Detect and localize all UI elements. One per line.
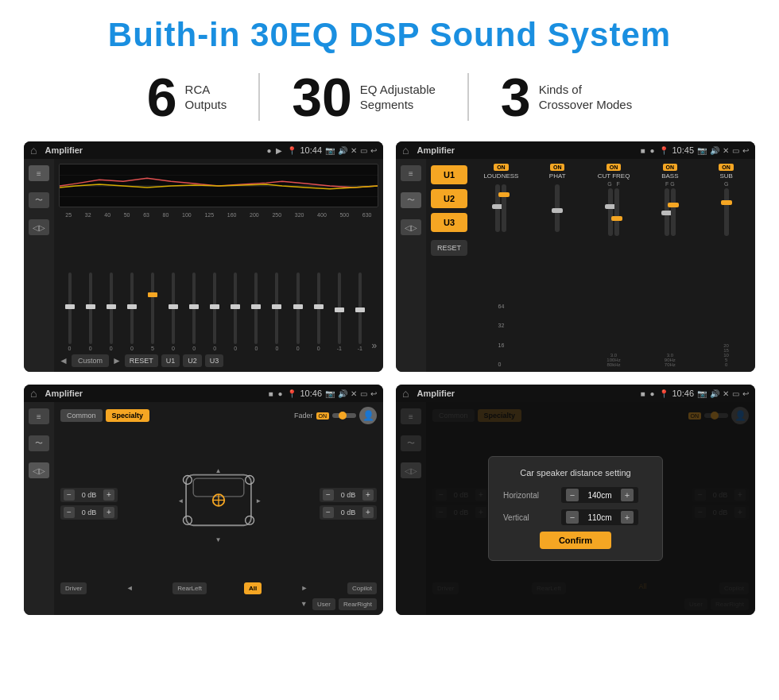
vol-icon-2: 🔊 [710,146,719,155]
eq-slider-10[interactable]: 0 [268,273,286,351]
eq-slider-0[interactable]: 0 [60,273,79,351]
wave-icon-3[interactable]: 〜 [29,435,49,451]
vertical-plus[interactable]: + [621,511,634,524]
bass-slider-2[interactable] [671,188,676,236]
rearright-btn[interactable]: RearRight [339,598,377,610]
phat-group: ON PHAT [532,164,583,367]
screens-grid: ⌂ Amplifier ● ▶ 📍 10:44 📷 🔊 ✕ ▭ ↩ ≡ 〜 [24,141,755,615]
vertical-control: − 110cm + [561,509,638,525]
left-arrow[interactable]: ◄ [124,582,135,594]
horizontal-minus[interactable]: − [566,489,579,501]
vol-sidebar-icon-2[interactable]: ◁▷ [401,219,421,235]
specialty-tab[interactable]: Specialty [106,409,150,422]
u3-button[interactable]: U3 [431,213,467,232]
fader-track[interactable] [332,413,356,418]
db-value-fl: 0 dB [78,491,100,499]
eq-icon-2[interactable]: ≡ [401,165,421,181]
home-icon-4[interactable]: ⌂ [402,387,409,400]
home-icon-2[interactable]: ⌂ [402,144,409,157]
stat-number-rca: 6 [147,70,177,124]
back-icon-4[interactable]: ↩ [742,389,749,398]
u2-btn[interactable]: U2 [183,354,202,367]
db-minus-rl[interactable]: − [64,507,75,518]
crossover-reset[interactable]: RESET [431,240,467,256]
eq-labels-row: 25 32 40 50 63 80 100 125 160 200 250 32… [59,212,378,218]
svg-text:◄: ◄ [177,497,184,505]
wave-icon[interactable]: 〜 [29,192,49,208]
copilot-btn[interactable]: Copilot [347,582,377,594]
back-icon-1[interactable]: ↩ [370,146,377,155]
eq-slider-3[interactable]: 0 [122,273,141,351]
wave-icon-2[interactable]: 〜 [401,192,421,208]
eq-icon[interactable]: ≡ [29,165,49,181]
loudness-slider-1[interactable] [495,184,500,232]
eq-slider-5[interactable]: 0 [164,273,182,351]
vol-sidebar-icon-3[interactable]: ◁▷ [29,462,49,478]
status-bar-4: ⌂ Amplifier ■ ● 📍 10:46 📷 🔊 ✕ ▭ ↩ [396,385,755,402]
u3-btn[interactable]: U3 [205,354,224,367]
eq-slider-11[interactable]: 0 [289,273,307,351]
cutfreq-slider-1[interactable] [608,188,613,236]
user-btn[interactable]: User [312,598,335,610]
db-plus-fl[interactable]: + [103,489,114,501]
db-plus-rl[interactable]: + [103,507,114,518]
common-tab[interactable]: Common [60,409,103,422]
next-arrow[interactable]: ► [112,355,122,366]
u2-button[interactable]: U2 [431,189,467,208]
vertical-value: 110cm [582,513,618,522]
prev-arrow[interactable]: ◄ [59,355,68,366]
eq-slider-13[interactable]: -1 [330,273,348,351]
eq-slider-6[interactable]: 0 [185,273,203,351]
x-icon-3: ✕ [351,389,357,398]
eq-slider-9[interactable]: 0 [247,273,265,351]
eq-slider-4[interactable]: 5 [143,273,161,351]
db-plus-fr[interactable]: + [362,489,374,501]
bass-slider-1[interactable] [665,188,669,236]
eq-icon-3[interactable]: ≡ [29,408,49,424]
svg-text:►: ► [255,497,262,505]
freq-125: 125 [204,212,214,218]
cutfreq-slider-2[interactable] [614,188,619,236]
db-minus-fl[interactable]: − [64,489,75,501]
eq-slider-2[interactable]: 0 [102,273,120,351]
vol-sidebar-icon[interactable]: ◁▷ [29,219,49,235]
eq-slider-1[interactable]: 0 [81,273,99,351]
home-icon-3[interactable]: ⌂ [30,387,37,400]
eq-slider-8[interactable]: 0 [227,273,245,351]
expand-icon[interactable]: » [371,340,377,351]
rearleft-btn[interactable]: RearLeft [172,582,207,594]
reset-btn[interactable]: RESET [125,354,158,367]
loudness-slider-2[interactable] [502,184,506,232]
horizontal-label: Horizontal [503,491,555,500]
u1-button[interactable]: U1 [431,165,467,184]
db-minus-rr[interactable]: − [323,507,334,518]
u1-btn[interactable]: U1 [161,354,180,367]
home-icon-1[interactable]: ⌂ [30,144,37,157]
db-plus-rr[interactable]: + [362,507,374,518]
speaker-diagram: ▲ ▼ ◄ ► [124,428,313,578]
db-value-fr: 0 dB [337,491,359,499]
eq-slider-7[interactable]: 0 [206,273,224,351]
right-arrow[interactable]: ► [299,582,310,594]
all-btn[interactable]: All [244,582,262,594]
back-icon-2[interactable]: ↩ [742,146,749,155]
sub-slider[interactable] [724,188,729,236]
eq-slider-12[interactable]: 0 [309,273,327,351]
u-buttons: U1 U2 U3 RESET [426,159,472,372]
down-arrow[interactable]: ▼ [298,598,309,609]
phat-slider[interactable] [555,184,560,232]
db-minus-fr[interactable]: − [323,489,334,501]
eq-curve-svg [60,164,378,207]
stat-label-rca: RCAOutputs [185,82,227,113]
driver-btn[interactable]: Driver [60,582,87,594]
confirm-button[interactable]: Confirm [540,532,611,549]
sliders-area: ON LOUDNESS 6432160 [472,159,755,372]
back-icon-3[interactable]: ↩ [370,389,377,398]
svg-text:▲: ▲ [215,466,221,474]
eq-slider-14[interactable]: -1 [351,273,369,351]
fader-label: Fader [294,412,313,420]
dot-icon-4: ■ [640,389,645,398]
vertical-minus[interactable]: − [566,511,579,524]
rect-icon-1: ▭ [360,146,367,155]
horizontal-plus[interactable]: + [621,489,634,501]
